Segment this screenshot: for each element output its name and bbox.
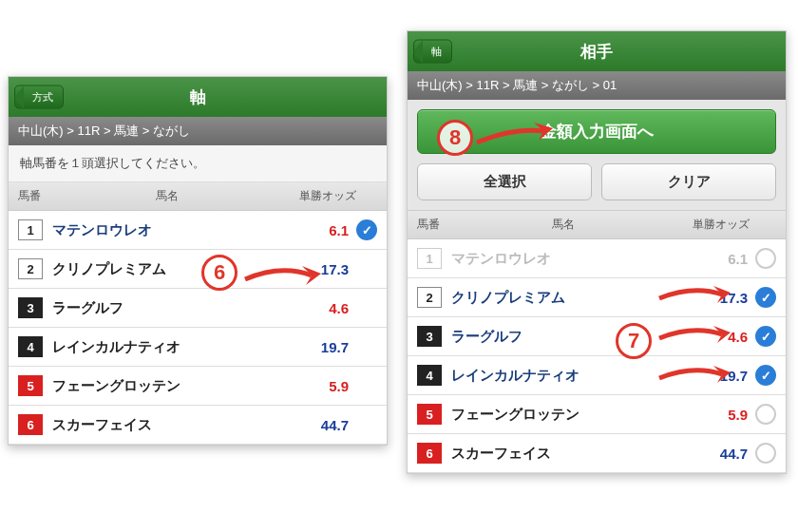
back-label: 方式 xyxy=(32,91,53,103)
column-header: 馬番 馬名 単勝オッズ xyxy=(408,211,786,239)
horse-row[interactable]: 6スカーフェイス44.7 xyxy=(9,406,387,445)
col-odds-label: 単勝オッズ xyxy=(280,188,356,204)
back-button[interactable]: 方式 xyxy=(14,86,64,109)
horse-name: クリノプレミアム xyxy=(451,289,683,307)
odds-value: 19.7 xyxy=(683,368,748,384)
horse-number: 6 xyxy=(18,414,43,435)
col-odds-label: 単勝オッズ xyxy=(674,217,750,233)
breadcrumb: 中山(木) > 11R > 馬連 > ながし > 01 xyxy=(408,71,786,100)
odds-value: 44.7 xyxy=(683,446,748,462)
horse-number: 6 xyxy=(417,443,442,464)
axis-panel: 方式 軸 中山(木) > 11R > 馬連 > ながし 軸馬番を１頭選択してくだ… xyxy=(8,76,388,446)
horse-row[interactable]: 1マテンロウレオ6.1 xyxy=(9,211,387,250)
horse-row[interactable]: 4レインカルナティオ19.7 xyxy=(9,328,387,367)
odds-value: 17.3 xyxy=(284,261,349,277)
opponent-panel: 軸 相手 中山(木) > 11R > 馬連 > ながし > 01 金額入力画面へ… xyxy=(407,30,787,474)
select-all-button[interactable]: 全選択 xyxy=(417,163,592,200)
check-icon xyxy=(755,365,776,386)
check-icon xyxy=(755,443,776,464)
horse-row[interactable]: 5フェーングロッテン5.9 xyxy=(9,367,387,406)
horse-row[interactable]: 5フェーングロッテン5.9 xyxy=(408,395,786,434)
horse-number: 1 xyxy=(18,219,43,240)
odds-value: 4.6 xyxy=(683,329,748,345)
check-icon xyxy=(356,219,377,240)
horse-row[interactable]: 4レインカルナティオ19.7 xyxy=(408,356,786,395)
horse-number: 1 xyxy=(417,248,442,269)
odds-value: 4.6 xyxy=(284,300,349,316)
horse-name: レインカルナティオ xyxy=(451,367,683,385)
header: 方式 軸 xyxy=(9,77,387,117)
col-name-label: 馬名 xyxy=(453,217,674,233)
horse-name: フェーングロッテン xyxy=(451,406,683,424)
odds-value: 44.7 xyxy=(284,417,349,433)
horse-number: 5 xyxy=(18,375,43,396)
horse-name: ラーグルフ xyxy=(451,328,683,346)
col-name-label: 馬名 xyxy=(54,188,280,204)
odds-value: 6.1 xyxy=(683,251,748,267)
horse-row[interactable]: 3ラーグルフ4.6 xyxy=(408,317,786,356)
horse-number: 4 xyxy=(417,365,442,386)
horse-name: マテンロウレオ xyxy=(52,221,284,239)
odds-value: 5.9 xyxy=(284,378,349,394)
horse-row[interactable]: 6スカーフェイス44.7 xyxy=(408,434,786,473)
back-label: 軸 xyxy=(431,46,442,57)
back-button[interactable]: 軸 xyxy=(413,40,452,64)
column-header: 馬番 馬名 単勝オッズ xyxy=(9,182,387,211)
check-icon xyxy=(755,287,776,308)
page-title: 相手 xyxy=(580,41,613,63)
horse-name: スカーフェイス xyxy=(52,416,284,434)
horse-row: 1マテンロウレオ6.1 xyxy=(408,239,786,278)
header: 軸 相手 xyxy=(408,31,786,71)
amount-input-button[interactable]: 金額入力画面へ xyxy=(417,109,776,154)
horse-number: 2 xyxy=(417,287,442,308)
horse-row[interactable]: 3ラーグルフ4.6 xyxy=(9,289,387,328)
col-num-label: 馬番 xyxy=(18,188,54,204)
odds-value: 6.1 xyxy=(284,222,349,238)
action-area: 金額入力画面へ 全選択 クリア xyxy=(408,100,786,211)
odds-value: 17.3 xyxy=(683,290,748,306)
horse-name: レインカルナティオ xyxy=(52,338,284,356)
horse-row[interactable]: 2クリノプレミアム17.3 xyxy=(408,278,786,317)
horse-name: ラーグルフ xyxy=(52,299,284,317)
check-icon xyxy=(755,326,776,347)
horse-number: 3 xyxy=(18,297,43,318)
horse-row[interactable]: 2クリノプレミアム17.3 xyxy=(9,250,387,289)
horse-name: クリノプレミアム xyxy=(52,260,284,278)
breadcrumb: 中山(木) > 11R > 馬連 > ながし xyxy=(9,117,387,145)
odds-value: 19.7 xyxy=(284,339,349,355)
horse-name: マテンロウレオ xyxy=(451,250,683,268)
instruction-text: 軸馬番を１頭選択してください。 xyxy=(9,145,387,182)
horse-name: フェーングロッテン xyxy=(52,377,284,395)
horse-number: 3 xyxy=(417,326,442,347)
check-icon xyxy=(755,404,776,425)
col-num-label: 馬番 xyxy=(417,217,453,233)
horse-name: スカーフェイス xyxy=(451,445,683,463)
horse-number: 4 xyxy=(18,336,43,357)
horse-number: 5 xyxy=(417,404,442,425)
horse-number: 2 xyxy=(18,258,43,279)
odds-value: 5.9 xyxy=(683,407,748,423)
clear-button[interactable]: クリア xyxy=(601,163,776,200)
page-title: 軸 xyxy=(190,86,206,108)
check-icon xyxy=(755,248,776,269)
